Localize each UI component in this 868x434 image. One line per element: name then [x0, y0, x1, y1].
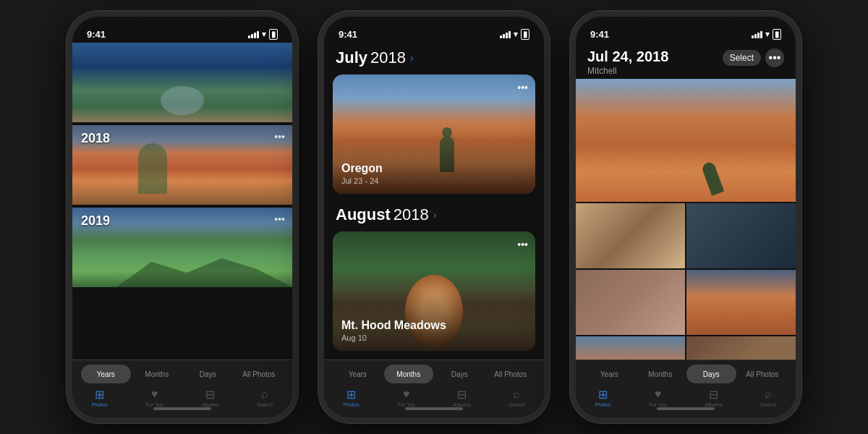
- tab-days-1[interactable]: Days: [183, 365, 233, 383]
- oregon-title: Oregon: [341, 162, 527, 175]
- months-scroll: July 2018 › Oregon Jul 23 - 24 ••• Augus…: [324, 43, 544, 359]
- phone-days: 9:41 ▾ ▮ Jul 24, 2018 Mitchell: [570, 11, 801, 423]
- oregon-more[interactable]: •••: [517, 82, 528, 93]
- grid-photo-couple[interactable]: [576, 270, 685, 335]
- nav-foryou-label-3: For You: [650, 402, 667, 407]
- grid-photo-extra[interactable]: [686, 336, 796, 359]
- photos-icon-3: ⊞: [595, 388, 611, 401]
- nav-foryou-label-1: For You: [146, 402, 163, 407]
- home-indicator-2: [405, 407, 463, 410]
- month-title-bold: July: [336, 48, 367, 67]
- tab-months-1[interactable]: Months: [132, 365, 182, 383]
- tab-months-3[interactable]: Months: [636, 365, 686, 383]
- nav-photos-3[interactable]: ⊞ Photos: [595, 388, 611, 407]
- days-header: Jul 24, 2018 Mitchell Select •••: [576, 43, 796, 79]
- days-scroll: Jul 24, 2018 Mitchell Select •••: [576, 43, 796, 359]
- nav-photos-1[interactable]: ⊞ Photos: [92, 388, 108, 407]
- search-icon-1: ⌕: [257, 388, 273, 401]
- more-icon-2018[interactable]: •••: [274, 131, 285, 142]
- month-title-thin: 2018: [370, 48, 406, 67]
- nav-search-3[interactable]: ⌕ Search: [760, 388, 776, 407]
- tab-days-2[interactable]: Days: [435, 365, 485, 383]
- signal-icon: [248, 31, 259, 38]
- status-icons: ▾ ▮: [248, 29, 278, 40]
- mthood-more[interactable]: •••: [517, 239, 528, 250]
- month-chevron[interactable]: ›: [410, 52, 414, 64]
- nav-albums-2[interactable]: ⊟ Albums: [454, 388, 470, 407]
- battery-icon-3: ▮: [773, 29, 781, 40]
- header-actions: Select •••: [723, 48, 784, 67]
- nav-photos-2[interactable]: ⊞ Photos: [344, 388, 359, 407]
- tab-years-1[interactable]: Years: [81, 365, 131, 383]
- nav-search-label-2: Search: [509, 402, 524, 407]
- tab-years-2[interactable]: Years: [333, 365, 383, 383]
- phone-months: 9:41 ▾ ▮ July 2018 ›: [318, 11, 550, 423]
- search-icon-2: ⌕: [509, 388, 524, 401]
- tab-allphotos-2[interactable]: All Photos: [486, 365, 536, 383]
- status-time-2: 9:41: [339, 29, 357, 40]
- albums-icon-3: ⊟: [706, 388, 722, 401]
- memory-card-mthood[interactable]: Mt. Hood Meadows Aug 10 •••: [333, 231, 535, 351]
- nav-albums-3[interactable]: ⊟ Albums: [705, 388, 722, 407]
- home-indicator-3: [657, 407, 715, 410]
- tab-allphotos-3[interactable]: All Photos: [738, 365, 788, 383]
- status-time-3: 9:41: [590, 29, 609, 40]
- year-section-2018[interactable]: 2018 •••: [72, 125, 292, 205]
- nav-icons-1: ⊞ Photos ♥ For You ⊟ Albums ⌕ Search: [72, 385, 292, 407]
- grid-photo-statue[interactable]: [686, 203, 796, 268]
- nav-search-label-1: Search: [257, 402, 273, 407]
- nav-albums-1[interactable]: ⊟ Albums: [202, 388, 218, 407]
- tab-days-3[interactable]: Days: [686, 365, 736, 383]
- wifi-icon: ▾: [262, 30, 266, 39]
- mthood-info: Mt. Hood Meadows Aug 10: [333, 290, 535, 351]
- oregon-date: Jul 23 - 24: [341, 176, 527, 185]
- tab-months-2[interactable]: Months: [384, 365, 434, 383]
- bottom-nav-1: Years Months Days All Photos ⊞ Photos ♥ …: [72, 359, 292, 417]
- memory-card-oregon[interactable]: Oregon Jul 23 - 24 •••: [333, 75, 535, 194]
- status-icons-3: ▾ ▮: [752, 29, 781, 40]
- days-header-row: Jul 24, 2018 Mitchell Select •••: [587, 48, 784, 76]
- months-header: July 2018 ›: [324, 43, 544, 72]
- days-location: Mitchell: [587, 66, 668, 76]
- screen-months: July 2018 › Oregon Jul 23 - 24 ••• Augus…: [324, 43, 544, 417]
- battery-icon-2: ▮: [521, 29, 529, 40]
- nav-foryou-1[interactable]: ♥ For You: [146, 388, 163, 407]
- foryou-icon-3: ♥: [650, 388, 666, 401]
- year-label-2018: 2018: [81, 131, 110, 146]
- bottom-nav-3: Years Months Days All Photos ⊞ Photos ♥ …: [576, 359, 796, 417]
- mthood-date: Aug 10: [341, 333, 527, 342]
- tab-bar-3: Years Months Days All Photos: [576, 360, 796, 385]
- nav-search-1[interactable]: ⌕ Search: [257, 388, 273, 407]
- nav-foryou-3[interactable]: ♥ For You: [650, 388, 667, 407]
- screen-years: 2018 ••• 2019 ••• Years Months Days All …: [72, 43, 292, 417]
- nav-icons-2: ⊞ Photos ♥ For You ⊟ Albums ⌕ Search: [324, 385, 544, 407]
- foryou-icon-2: ♥: [399, 388, 414, 401]
- tab-years-3[interactable]: Years: [584, 365, 634, 383]
- years-scroll: 2018 ••• 2019 •••: [72, 43, 292, 359]
- grid-photo-boy[interactable]: [576, 203, 685, 268]
- grid-photo-hill[interactable]: [686, 270, 796, 335]
- days-date-block: Jul 24, 2018 Mitchell: [587, 48, 668, 76]
- status-icons-2: ▾ ▮: [500, 29, 529, 40]
- nav-search-2[interactable]: ⌕ Search: [509, 388, 524, 407]
- nav-albums-label-2: Albums: [454, 402, 470, 407]
- tab-allphotos-1[interactable]: All Photos: [234, 365, 284, 383]
- nav-foryou-2[interactable]: ♥ For You: [398, 388, 415, 407]
- august-thin: 2018: [393, 205, 429, 224]
- year-section-2019[interactable]: 2019 •••: [72, 208, 292, 287]
- more-button[interactable]: •••: [765, 48, 784, 67]
- oregon-info: Oregon Jul 23 - 24: [333, 133, 535, 194]
- phone-years: 9:41 ▾ ▮ 2018 •••: [67, 11, 298, 423]
- grid-photo-cliffs[interactable]: [576, 336, 685, 359]
- top-photo: [72, 43, 292, 122]
- august-chevron[interactable]: ›: [433, 209, 437, 221]
- select-button[interactable]: Select: [723, 50, 761, 66]
- notch-3: [642, 17, 729, 33]
- person-handstand: [700, 161, 723, 195]
- more-icon-2019[interactable]: •••: [274, 213, 285, 225]
- notch-2: [391, 17, 477, 33]
- home-indicator-1: [153, 407, 211, 410]
- main-photo-days[interactable]: [576, 79, 796, 202]
- photos-icon: ⊞: [92, 388, 108, 401]
- photo-grid-days: [576, 202, 796, 359]
